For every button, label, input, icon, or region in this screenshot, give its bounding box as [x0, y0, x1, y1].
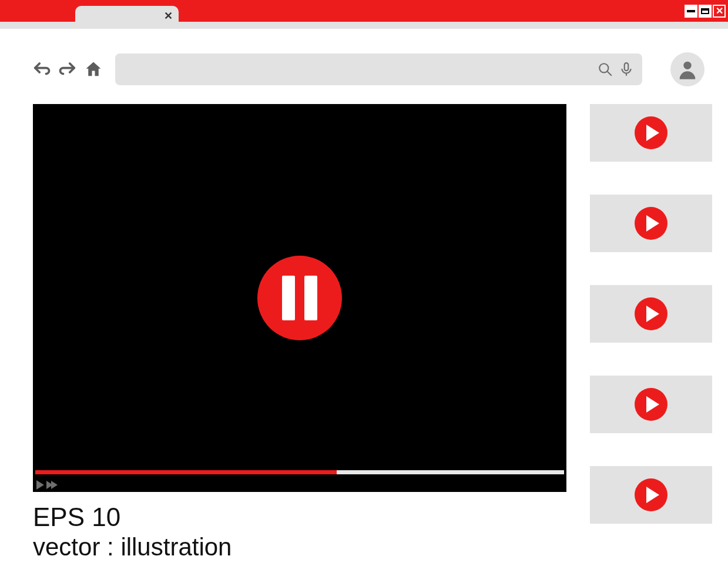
svg-point-0 — [599, 63, 608, 72]
window-maximize-button[interactable] — [699, 5, 712, 18]
player-controls — [36, 480, 58, 490]
fast-forward-icon — [51, 481, 58, 489]
play-icon — [646, 487, 659, 503]
close-icon: ✕ — [716, 6, 723, 16]
avatar-icon — [676, 58, 699, 81]
main-column: EPS 10 vector : illustration — [33, 104, 566, 561]
tab-close-icon[interactable]: ✕ — [164, 9, 173, 22]
play-badge — [635, 388, 667, 421]
svg-line-1 — [607, 71, 612, 76]
chrome-substrip — [0, 22, 728, 29]
play-badge — [635, 207, 667, 240]
video-subtitle: vector : illustration — [33, 533, 566, 561]
related-video-thumb[interactable] — [590, 104, 712, 162]
pause-button[interactable] — [257, 256, 342, 340]
search-input[interactable] — [123, 63, 592, 76]
play-icon — [646, 215, 659, 232]
svg-rect-2 — [625, 63, 629, 71]
window-controls: ✕ — [685, 5, 726, 18]
play-icon — [646, 396, 659, 413]
forward-icon — [59, 61, 76, 78]
video-player[interactable] — [33, 104, 566, 492]
search-icon[interactable] — [598, 62, 613, 77]
user-avatar[interactable] — [670, 52, 704, 86]
toolbar — [0, 29, 728, 104]
play-badge — [635, 478, 667, 511]
window-minimize-button[interactable] — [685, 5, 697, 18]
home-button[interactable] — [85, 61, 102, 78]
pause-icon — [304, 276, 317, 320]
home-icon — [85, 61, 102, 78]
play-icon — [646, 306, 659, 322]
progress-track[interactable] — [35, 470, 564, 474]
window-close-button[interactable]: ✕ — [713, 5, 726, 18]
related-video-thumb[interactable] — [590, 195, 712, 252]
back-icon — [33, 61, 51, 78]
related-video-thumb[interactable] — [590, 466, 712, 524]
play-badge — [635, 297, 667, 330]
sidebar — [590, 104, 712, 561]
forward-button[interactable] — [59, 61, 76, 78]
browser-tab[interactable]: ✕ — [75, 6, 179, 22]
fast-forward-button[interactable] — [46, 481, 58, 489]
progress-fill — [35, 470, 337, 474]
play-button[interactable] — [36, 480, 44, 490]
svg-point-4 — [683, 62, 691, 69]
search-bar[interactable] — [115, 53, 642, 85]
microphone-icon[interactable] — [619, 62, 634, 77]
related-video-thumb[interactable] — [590, 285, 712, 343]
video-title: EPS 10 — [33, 503, 566, 532]
play-badge — [635, 116, 667, 149]
play-icon — [646, 125, 659, 141]
pause-icon — [282, 276, 295, 320]
related-video-thumb[interactable] — [590, 376, 712, 433]
content-area: EPS 10 vector : illustration — [0, 104, 728, 561]
back-button[interactable] — [33, 61, 51, 78]
play-icon — [36, 480, 44, 490]
browser-chrome-bar: ✕ ✕ — [0, 0, 728, 22]
